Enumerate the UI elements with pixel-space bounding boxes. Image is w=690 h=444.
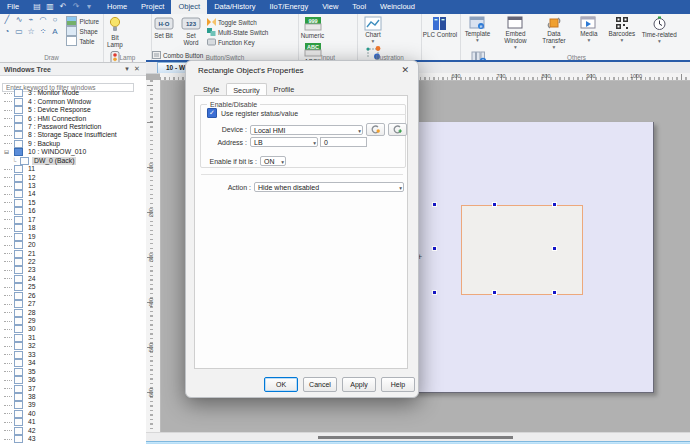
barcodes-button[interactable]: Barcodes ▾ <box>607 14 637 42</box>
add-device-button[interactable] <box>388 123 407 136</box>
menu-tab-object[interactable]: Object <box>171 0 207 14</box>
tree-item[interactable]: 29 <box>0 317 146 325</box>
menu-tab-weincloud[interactable]: Weincloud <box>373 0 422 14</box>
tree-item[interactable]: 3 : Monitor Mode <box>0 89 146 97</box>
tree-item[interactable]: 22 <box>0 258 146 266</box>
action-select[interactable]: Hide when disabled▾ <box>254 182 404 192</box>
menu-tab-tool[interactable]: Tool <box>345 0 373 14</box>
device-settings-button[interactable] <box>366 123 385 136</box>
numeric-button[interactable]: 999 Numeric <box>299 14 326 40</box>
line-tool-icon[interactable]: ╱ <box>2 15 12 25</box>
address-value-input[interactable]: 0 <box>320 137 367 147</box>
tree-item[interactable]: 12 <box>0 173 146 181</box>
tree-item[interactable]: 5 : Device Response <box>0 106 146 114</box>
tree-item[interactable]: 18 <box>0 224 146 232</box>
tree-item[interactable]: 38 <box>0 393 146 401</box>
tree-item[interactable]: 21 <box>0 249 146 257</box>
resize-handle-sw[interactable] <box>432 290 437 295</box>
menu-tab-iiot-energy[interactable]: IIoT/Energy <box>262 0 315 14</box>
menu-tab-data-history[interactable]: Data/History <box>207 0 262 14</box>
tree-item[interactable]: 25 <box>0 283 146 291</box>
time-related-button[interactable]: Time-related ▾ <box>641 14 677 43</box>
help-button[interactable]: Help <box>381 377 415 392</box>
polyline-tool-icon[interactable]: ⌁ <box>26 15 36 25</box>
tree-item[interactable]: 41 <box>0 418 146 426</box>
tree-item[interactable]: 33 <box>0 351 146 359</box>
star-tool-icon[interactable]: ☆ <box>26 27 36 37</box>
set-bit-button[interactable]: H·O Set Bit <box>152 14 175 40</box>
tree-item[interactable]: 37 <box>0 384 146 392</box>
tree-item[interactable]: 7 : Password Restriction <box>0 123 146 131</box>
scrollbar-thumb[interactable] <box>318 436 513 439</box>
bit-lamp-button[interactable]: Bit Lamp <box>104 14 126 49</box>
chart-button[interactable]: Chart ▾ <box>358 14 388 43</box>
arc-tool-icon[interactable]: ◠ <box>38 15 48 25</box>
menu-file[interactable]: File <box>0 0 26 14</box>
dialog-tab-style[interactable]: Style <box>196 82 226 96</box>
address-type-select[interactable]: LB▾ <box>250 137 318 147</box>
picture-button[interactable]: Picture <box>66 16 99 26</box>
ellipse-tool-icon[interactable]: ○ <box>50 15 60 25</box>
menu-tab-project[interactable]: Project <box>134 0 171 14</box>
tree-item[interactable]: 16 <box>0 207 146 215</box>
tree-item[interactable]: 4 : Common Window <box>0 97 146 105</box>
tree-item[interactable]: 8 : Storage Space Insufficient <box>0 131 146 139</box>
tree-item[interactable]: 6 : HMI Connection <box>0 114 146 122</box>
tree-item[interactable]: 39 <box>0 401 146 409</box>
tree-item[interactable]: 27 <box>0 300 146 308</box>
menu-tab-view[interactable]: View <box>315 0 345 14</box>
text-tool-icon[interactable]: A <box>50 27 60 37</box>
tree-item[interactable]: 17 <box>0 216 146 224</box>
panel-close-icon[interactable]: ✕ <box>132 65 142 73</box>
tree-item[interactable]: 9 : Backup <box>0 140 146 148</box>
redo-icon[interactable]: ↷ <box>71 2 81 12</box>
tree-item[interactable]: 32 <box>0 342 146 350</box>
set-word-button[interactable]: 123 Set Word <box>179 14 202 47</box>
export-icon[interactable]: ▥ <box>45 2 55 12</box>
curve-tool-icon[interactable]: ∿ <box>14 15 24 25</box>
tree-item[interactable]: 35 <box>0 367 146 375</box>
tree-item[interactable]: 19 <box>0 232 146 240</box>
resize-handle-e[interactable] <box>552 246 557 251</box>
embed-window-button[interactable]: Embed Window ▾ <box>498 14 532 49</box>
customize-caret-icon[interactable]: ▾ <box>84 2 94 12</box>
tree-item[interactable]: 13 <box>0 182 146 190</box>
rectangle-object[interactable] <box>461 205 583 295</box>
device-select[interactable]: Local HMI▾ <box>250 125 363 135</box>
tree-item[interactable]: 15 <box>0 199 146 207</box>
tree-item[interactable]: 36 <box>0 376 146 384</box>
tree-item-child[interactable]: └DW_0 (Back) <box>0 157 146 165</box>
use-register-checkbox[interactable]: ✓ <box>207 108 217 118</box>
tree-item[interactable]: ⊟10 : WINDOW_010 <box>0 148 146 156</box>
media-button[interactable]: Media ▾ <box>575 14 602 42</box>
panel-dropdown-icon[interactable]: ▾ <box>122 65 132 73</box>
resize-handle-nw[interactable] <box>432 202 437 207</box>
tree-item[interactable]: 20 <box>0 241 146 249</box>
dialog-close-icon[interactable]: ✕ <box>401 65 409 75</box>
freehand-tool-icon[interactable]: ⁘ <box>38 27 48 37</box>
ok-button[interactable]: OK <box>264 377 298 392</box>
table-button[interactable]: Table <box>66 36 99 46</box>
tree-item[interactable]: 11 <box>0 165 146 173</box>
tree-item[interactable]: 34 <box>0 359 146 367</box>
data-transfer-button[interactable]: Data Transfer ▾ <box>537 14 571 49</box>
resize-handle-w[interactable] <box>432 246 437 251</box>
resize-handle-s[interactable] <box>492 290 497 295</box>
resize-handle-se[interactable] <box>552 290 557 295</box>
apply-button[interactable]: Apply <box>342 377 376 392</box>
rectangle-tool-icon[interactable]: ▭ <box>14 27 24 37</box>
multi-state-switch-button[interactable]: Multi-State Switch <box>207 27 257 37</box>
function-key-button[interactable]: Function Key <box>207 37 257 47</box>
menu-tab-home[interactable]: Home <box>100 0 134 14</box>
cancel-button[interactable]: Cancel <box>303 377 337 392</box>
tree-item[interactable]: 24 <box>0 275 146 283</box>
tree-item[interactable]: 26 <box>0 292 146 300</box>
resize-handle-ne[interactable] <box>552 202 557 207</box>
tree-item[interactable]: 14 <box>0 190 146 198</box>
template-button[interactable]: e Template ▾ <box>461 14 494 42</box>
tree-item[interactable]: 42 <box>0 427 146 435</box>
toggle-switch-button[interactable]: Toggle Switch <box>207 17 257 27</box>
dialog-tab-profile[interactable]: Profile <box>267 82 302 96</box>
tree-item[interactable]: 30 <box>0 325 146 333</box>
undo-icon[interactable]: ↶ <box>58 2 68 12</box>
